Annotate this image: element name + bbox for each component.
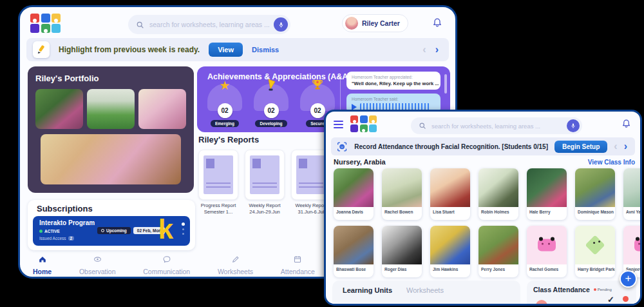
student-name: Harry Bridget Parker	[575, 264, 615, 277]
bell-icon	[432, 17, 442, 28]
student-card[interactable]: Harry Bridget Parker	[575, 226, 615, 277]
nav-item-communication[interactable]: Communication	[143, 255, 190, 279]
student-photo	[623, 168, 642, 207]
student-card[interactable]: Sanjeev	[623, 226, 642, 277]
tab-worksheets[interactable]: Worksheets	[406, 286, 444, 306]
student-name: Dominique Mason	[575, 207, 615, 220]
chevron-left-icon[interactable]: ‹	[614, 141, 617, 152]
nav-item-worksheets[interactable]: Worksheets	[218, 255, 253, 279]
logo-tile	[350, 115, 358, 123]
logo-tile	[52, 14, 61, 23]
search-input[interactable]: search for worksheets, learning areas ..…	[128, 15, 290, 34]
portfolio-photo[interactable]	[35, 89, 83, 129]
student-photo	[527, 168, 567, 207]
student-card[interactable]: Rachel Gomes	[527, 226, 567, 277]
mic-button[interactable]	[274, 17, 288, 32]
screenshot-stage: search for worksheets, learning areas ..…	[0, 0, 644, 307]
report-card[interactable]: Progress ReportSemester 1...	[198, 150, 238, 215]
bell-icon	[621, 119, 631, 128]
student-photo	[430, 226, 470, 264]
search-input[interactable]: search for worksheets, learning areas ..…	[411, 117, 582, 134]
student-card[interactable]: Bhaswati Bose	[334, 226, 374, 277]
notifications-button[interactable]	[432, 17, 442, 30]
dismiss-button[interactable]: Dismiss	[252, 46, 279, 54]
portfolio-photo[interactable]	[87, 89, 135, 129]
achievement-badges: ★02Emerging02Developing02Secure	[206, 84, 336, 127]
student-photo	[575, 168, 615, 207]
mic-button[interactable]	[567, 119, 580, 132]
search-placeholder: search for worksheets, learning areas ..…	[149, 21, 274, 28]
student-name: Bhaswati Bose	[334, 264, 374, 277]
nav-label: Worksheets	[218, 268, 253, 275]
pennant-icon	[265, 79, 278, 94]
report-label: Progress ReportSemester 1...	[198, 203, 238, 215]
scrollbar[interactable]	[444, 74, 447, 94]
portfolio-card: Riley's Portfolio	[28, 66, 194, 193]
upcoming-pill: Upcoming	[97, 227, 131, 234]
report-card[interactable]: Weekly Report24.Jun-29.Jun	[245, 150, 285, 215]
search-icon	[136, 21, 144, 29]
student-photo	[430, 168, 470, 207]
chevron-left-icon[interactable]: ‹	[422, 45, 426, 55]
clock-icon	[101, 229, 104, 232]
view-button[interactable]: View	[209, 43, 243, 57]
active-indicator-dot	[296, 277, 299, 279]
logo-tile	[350, 124, 358, 132]
play-icon[interactable]	[352, 104, 357, 110]
teacher-messages: Homeroom Teacher appreciated: "Well done…	[346, 72, 440, 114]
student-card[interactable]: Perry Jones	[478, 226, 518, 277]
pending-label: Pending	[598, 288, 612, 292]
menu-button[interactable]	[334, 121, 343, 130]
appreciation-bubble[interactable]: Homeroom Teacher appreciated: "Well done…	[346, 72, 440, 90]
student-card[interactable]: Dominique Mason	[575, 168, 615, 220]
eye-icon	[93, 255, 102, 266]
achievement-badge: ★02Emerging	[206, 84, 243, 127]
chevron-right-icon[interactable]: ›	[435, 45, 439, 55]
nav-item-observation[interactable]: Observation	[79, 255, 116, 279]
student-photo	[575, 226, 615, 264]
facial-recognition-banner: Record Attendance through Facial Recogni…	[331, 137, 635, 155]
student-name: Lisa Stuart	[430, 207, 470, 220]
student-card[interactable]: Hale Berry	[527, 168, 567, 220]
banner-text: Record Attendance through Facial Recogni…	[354, 143, 548, 150]
portfolio-photo[interactable]	[138, 89, 186, 129]
students-row: Bhaswati BoseRoger DiasJim HawkinsPerry …	[326, 226, 642, 277]
nav-item-home[interactable]: Home	[33, 255, 52, 279]
student-card[interactable]: Roger Dias	[382, 226, 422, 277]
student-card[interactable]: Lisa Stuart	[430, 168, 470, 220]
user-name: Riley Carter	[362, 19, 400, 27]
tab-learning-units[interactable]: Learning Units	[343, 286, 392, 306]
carousel-dots[interactable]	[182, 223, 185, 235]
student-photo	[382, 226, 422, 264]
student-name: Perry Jones	[478, 264, 518, 277]
add-button[interactable]: +	[620, 270, 637, 288]
student-name: Avni Ya	[623, 207, 642, 220]
badge-label: Emerging	[211, 120, 239, 127]
student-card[interactable]: Joanna Davis	[334, 168, 374, 220]
student-card[interactable]: Robin Holmes	[478, 168, 518, 220]
subscriptions-title: Subscriptions	[37, 204, 190, 213]
view-class-info-link[interactable]: View Class Info	[588, 159, 635, 166]
student-name: Rachel Gomes	[527, 264, 567, 277]
user-profile-button[interactable]: Riley Carter	[342, 14, 408, 32]
student-photo	[334, 168, 374, 207]
logo-tile	[52, 24, 61, 33]
student-card[interactable]: Jim Hawkins	[430, 226, 470, 277]
active-indicator-dot	[41, 277, 44, 279]
notifications-button[interactable]	[621, 119, 631, 131]
logo-tile	[360, 115, 368, 123]
brand-letter: k	[158, 216, 173, 245]
student-card[interactable]: Avni Ya	[623, 168, 642, 220]
class-attendance-panel[interactable]: Class Attendance Pending ✓	[527, 281, 636, 306]
program-name: Interakto Program	[39, 219, 95, 226]
nav-label: Attendance	[281, 268, 315, 275]
portfolio-photo-large[interactable]	[41, 134, 181, 184]
chevron-right-icon[interactable]: ›	[624, 141, 627, 152]
student-card[interactable]: Rachel Bowen	[382, 168, 422, 220]
student-photo	[478, 226, 518, 264]
kite-illustration	[585, 235, 605, 255]
nav-item-attendance[interactable]: Attendance	[281, 255, 315, 279]
subscription-item[interactable]: Interakto Program ACTIVE Issued Access2 …	[33, 216, 190, 246]
begin-setup-button[interactable]: Begin Setup	[554, 141, 607, 153]
logo-tile	[360, 124, 368, 132]
